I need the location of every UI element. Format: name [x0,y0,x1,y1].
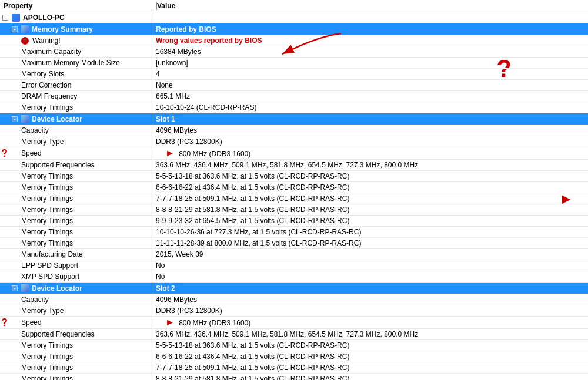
slot1-memtype-prop: Memory Type [0,137,153,146]
slot1-speed-arrow: ► [165,148,175,159]
slot1-memtype-value: DDR3 (PC3-12800K) [153,137,588,146]
slot2-timing1-prop: Memory Timings [0,341,153,350]
slot1-capacity-prop: Capacity [0,126,153,135]
slot2-timing3-row: Memory Timings 7-7-7-18-25 at 509.1 MHz,… [0,362,588,374]
slot2-timing3-prop: Memory Timings [0,363,153,372]
memory-slots-prop: Memory Slots [0,69,153,79]
main-container: Property Value - APOLLO-PC - Memory Summ… [0,0,588,380]
table-header: Property Value [0,0,588,12]
memory-slots-value: 4 [153,69,588,79]
memory-summary-toggle[interactable]: - [12,26,18,32]
memory-summary-label: Memory Summary [32,25,93,33]
slot1-supported-freq-label: Supported Frequencies [21,161,95,169]
max-module-size-prop: Maximum Memory Module Size [0,58,153,68]
slot2-speed-row: ? Speed ► 800 MHz (DDR3 1600) [0,317,588,329]
slot1-icon [21,115,29,123]
memory-slots-label: Memory Slots [21,70,64,78]
error-correction-prop: Error Correction [0,80,153,90]
memory-summary-header[interactable]: - Memory Summary Reported by BIOS [0,23,588,35]
table-body: - APOLLO-PC - Memory Summary Reported by… [0,12,588,380]
device-locator-2-toggle[interactable]: - [12,285,18,291]
slot1-timing4-prop: Memory Timings [0,205,153,214]
slot2-timing1-value: 5-5-5-13-18 at 363.6 MHz, at 1.5 volts (… [153,341,588,350]
slot2-timing2-row: Memory Timings 6-6-6-16-22 at 436.4 MHz,… [0,351,588,362]
slot2-timing1-label: Memory Timings [21,341,73,349]
device-locator-1-prop: - Device Locator [0,115,153,124]
slot1-supported-freq-prop: Supported Frequencies [0,160,153,170]
slot1-timing2-label: Memory Timings [21,183,73,191]
dram-freq-value: 665.1 MHz [153,92,588,101]
slot1-epp-value: No [153,261,588,270]
memory-timings-summary-label: Memory Timings [21,103,73,112]
slot2-speed-prop: Speed [0,318,153,327]
slot1-timing7-prop: Memory Timings [0,238,153,248]
slot1-timing4-row: Memory Timings 8-8-8-21-29 at 581.8 MHz,… [0,204,588,216]
device-locator-1-value: Slot 1 [153,115,588,124]
slot2-supported-freq-row: Supported Frequencies 363.6 MHz, 436.4 M… [0,329,588,340]
memory-icon [21,25,29,33]
slot2-timing2-label: Memory Timings [21,352,73,361]
slot1-timing1-prop: Memory Timings [0,171,153,181]
device-locator-2-prop: - Device Locator [0,284,153,293]
memory-timings-summary-value: 10-10-10-24 (CL-RCD-RP-RAS) [153,103,588,112]
slot2-capacity-prop: Capacity [0,295,153,304]
slot1-mfg-date-label: Manufacturing Date [21,250,83,258]
slot1-memtype-label: Memory Type [21,137,64,146]
slot1-timing5-label: Memory Timings [21,217,73,225]
pc-icon [12,14,20,22]
slot2-timing3-label: Memory Timings [21,364,73,372]
slot1-supported-freq-value: 363.6 MHz, 436.4 MHz, 509.1 MHz, 581.8 M… [153,160,588,170]
slot1-timing6-label: Memory Timings [21,228,73,236]
slot2-memtype-row: Memory Type DDR3 (PC3-12800K) [0,305,588,317]
slot1-timing6-row: Memory Timings 10-10-10-26-36 at 727.3 M… [0,227,588,238]
slot1-capacity-value: 4096 MBytes [153,126,588,135]
slot1-epp-prop: EPP SPD Support [0,261,153,270]
slot1-speed-value: ► 800 MHz (DDR3 1600) [153,147,588,159]
slot1-epp-row: EPP SPD Support No [0,260,588,271]
slot2-timing4-label: Memory Timings [21,375,73,380]
device-locator-2-header[interactable]: - Device Locator Slot 2 [0,283,588,294]
slot1-timing3-label: Memory Timings [21,194,73,203]
slot2-timing1-row: Memory Timings 5-5-5-13-18 at 363.6 MHz,… [0,340,588,351]
device-locator-1-label: Device Locator [32,115,82,123]
slot1-mfg-date-prop: Manufacturing Date [0,250,153,259]
slot1-supported-freq-row: Supported Frequencies 363.6 MHz, 436.4 M… [0,160,588,171]
max-capacity-value: 16384 MBytes [153,47,588,56]
warn-icon: ! [21,37,29,45]
slot2-timing4-value: 8-8-8-21-29 at 581.8 MHz, at 1.5 volts (… [153,374,588,380]
slot2-memtype-label: Memory Type [21,307,64,315]
memory-timings-summary-prop: Memory Timings [0,103,153,112]
slot2-supported-freq-label: Supported Frequencies [21,330,95,338]
slot1-epp-label: EPP SPD Support [21,261,78,270]
memory-timings-summary-row: Memory Timings 10-10-10-24 (CL-RCD-RP-RA… [0,102,588,113]
device-locator-1-toggle[interactable]: - [12,116,18,122]
warning-row: ! Warning! Wrong values reported by BIOS [0,35,588,46]
slot1-timing3-value: 7-7-7-18-25 at 509.1 MHz, at 1.5 volts (… [153,194,588,203]
slot1-memtype-row: Memory Type DDR3 (PC3-12800K) [0,136,588,147]
device-locator-2-value: Slot 2 [153,284,588,293]
slot2-memtype-value: DDR3 (PC3-12800K) [153,306,588,315]
dram-freq-row: DRAM Frequency 665.1 MHz [0,91,588,102]
slot1-timing1-label: Memory Timings [21,172,73,180]
max-module-size-label: Maximum Memory Module Size [21,59,120,67]
slot2-timing2-value: 6-6-6-16-22 at 436.4 MHz, at 1.5 volts (… [153,352,588,361]
slot1-timing5-value: 9-9-9-23-32 at 654.5 MHz, at 1.5 volts (… [153,216,588,226]
root-toggle[interactable]: - [2,15,8,21]
slot1-timing6-prop: Memory Timings [0,227,153,237]
slot2-speed-value: ► 800 MHz (DDR3 1600) [153,317,588,328]
slot1-timing2-value: 6-6-6-16-22 at 436.4 MHz, at 1.5 volts (… [153,183,588,192]
slot1-speed-row: ? Speed ► 800 MHz (DDR3 1600) [0,147,588,160]
slot1-timing4-label: Memory Timings [21,206,73,214]
slot2-supported-freq-value: 363.6 MHz, 436.4 MHz, 509.1 MHz, 581.8 M… [153,329,588,339]
warning-label: Warning! [32,36,61,45]
slot1-mfg-date-row: Manufacturing Date 2015, Week 39 [0,249,588,260]
slot2-timing4-row: Memory Timings 8-8-8-21-29 at 581.8 MHz,… [0,374,588,380]
warning-prop: ! Warning! [0,36,153,45]
value-col-header: Value [157,2,584,10]
slot1-timing5-prop: Memory Timings [0,216,153,226]
error-correction-label: Error Correction [21,81,71,89]
max-capacity-row: Maximum Capacity 16384 MBytes [0,46,588,58]
device-locator-1-header[interactable]: - Device Locator Slot 1 [0,113,588,125]
max-capacity-label: Maximum Capacity [21,48,81,56]
slot1-speed-label: Speed [21,149,42,157]
